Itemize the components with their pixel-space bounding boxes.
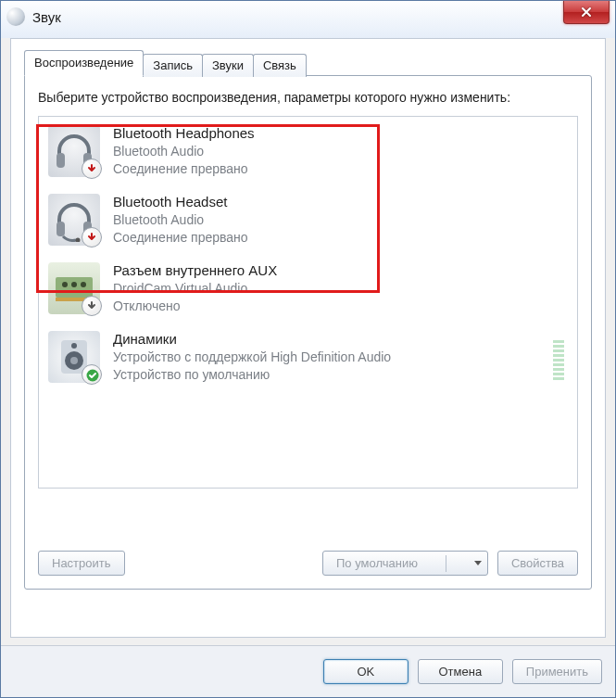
device-name: Разъем внутреннего AUX <box>113 261 277 280</box>
svg-point-7 <box>62 282 68 287</box>
headset-icon <box>48 194 100 246</box>
set-default-button[interactable]: По умолчанию <box>322 551 488 576</box>
device-sub: Bluetooth Audio <box>113 211 248 229</box>
tab-sounds[interactable]: Звуки <box>202 54 254 77</box>
device-sub: Устройство с поддержкой High Definition … <box>113 349 391 366</box>
device-sub: Bluetooth Audio <box>113 143 255 160</box>
button-label: Отмена <box>439 665 483 679</box>
device-status: Отключено <box>113 298 277 315</box>
status-badge-default-icon <box>82 364 102 385</box>
svg-point-12 <box>70 357 78 364</box>
vu-meter <box>553 334 568 380</box>
status-badge-disconnected-icon <box>82 227 102 247</box>
status-badge-disabled-icon <box>82 296 102 316</box>
device-status: Устройство по умолчанию <box>113 366 391 384</box>
client-area: Воспроизведение Запись Звуки Связь Выбер… <box>10 38 606 638</box>
button-label: По умолчанию <box>336 556 418 570</box>
device-sub: DroidCam Virtual Audio <box>113 280 277 298</box>
configure-button[interactable]: Настроить <box>38 551 125 576</box>
svg-rect-0 <box>57 153 65 168</box>
close-button[interactable] <box>563 1 610 24</box>
device-text: Bluetooth Headset Bluetooth Audio Соедин… <box>113 193 248 247</box>
sound-card-icon <box>48 262 100 314</box>
device-status: Соединение прервано <box>113 229 248 247</box>
device-text: Динамики Устройство с поддержкой High De… <box>113 330 391 384</box>
svg-point-13 <box>71 343 77 349</box>
tab-playback[interactable]: Воспроизведение <box>24 50 144 76</box>
device-status: Соединение прервано <box>113 160 255 178</box>
button-label: Свойства <box>511 556 564 570</box>
sound-app-icon <box>6 7 25 26</box>
svg-point-4 <box>76 237 81 242</box>
apply-button[interactable]: Применить <box>512 659 602 684</box>
tab-communications[interactable]: Связь <box>253 54 307 77</box>
device-text: Разъем внутреннего AUX DroidCam Virtual … <box>113 261 277 315</box>
device-name: Bluetooth Headphones <box>113 124 255 143</box>
ok-button[interactable]: OK <box>323 659 409 684</box>
svg-rect-2 <box>57 222 65 236</box>
chevron-down-icon <box>474 561 482 565</box>
button-label: Настроить <box>52 556 111 570</box>
device-item[interactable]: Разъем внутреннего AUX DroidCam Virtual … <box>39 254 577 323</box>
device-item[interactable]: Bluetooth Headset Bluetooth Audio Соедин… <box>39 185 577 254</box>
device-button-row: Настроить По умолчанию Свойства <box>38 551 578 576</box>
button-label: Применить <box>526 665 588 679</box>
tab-recording[interactable]: Запись <box>143 54 203 77</box>
split-separator <box>446 555 446 572</box>
tab-label: Звуки <box>212 58 244 72</box>
tab-label: Связь <box>263 58 296 72</box>
device-list[interactable]: Bluetooth Headphones Bluetooth Audio Сое… <box>38 116 578 489</box>
svg-point-9 <box>81 282 86 287</box>
tab-page-playback: Выберите устройство воспроизведения, пар… <box>24 75 592 590</box>
speaker-icon <box>48 331 100 383</box>
device-name: Bluetooth Headset <box>113 193 248 211</box>
window-title: Звук <box>32 9 61 25</box>
properties-button[interactable]: Свойства <box>497 551 578 576</box>
cancel-button[interactable]: Отмена <box>418 659 503 684</box>
device-name: Динамики <box>113 330 391 349</box>
instruction-text: Выберите устройство воспроизведения, пар… <box>38 89 578 107</box>
tab-row: Воспроизведение Запись Звуки Связь <box>24 52 592 76</box>
dialog-footer: OK Отмена Применить <box>1 645 615 697</box>
button-label: OK <box>357 665 374 679</box>
tab-label: Запись <box>153 58 193 72</box>
titlebar: Звук <box>1 1 615 32</box>
svg-point-8 <box>71 282 77 287</box>
headphones-icon <box>48 125 100 177</box>
close-icon <box>581 6 592 18</box>
device-item[interactable]: Динамики Устройство с поддержкой High De… <box>39 323 577 391</box>
sound-window: Звук Воспроизведение Запись Звуки Связь … <box>0 0 616 698</box>
tab-label: Воспроизведение <box>34 56 133 70</box>
device-text: Bluetooth Headphones Bluetooth Audio Сое… <box>113 124 255 178</box>
status-badge-disconnected-icon <box>82 159 102 179</box>
device-item[interactable]: Bluetooth Headphones Bluetooth Audio Сое… <box>39 117 577 185</box>
